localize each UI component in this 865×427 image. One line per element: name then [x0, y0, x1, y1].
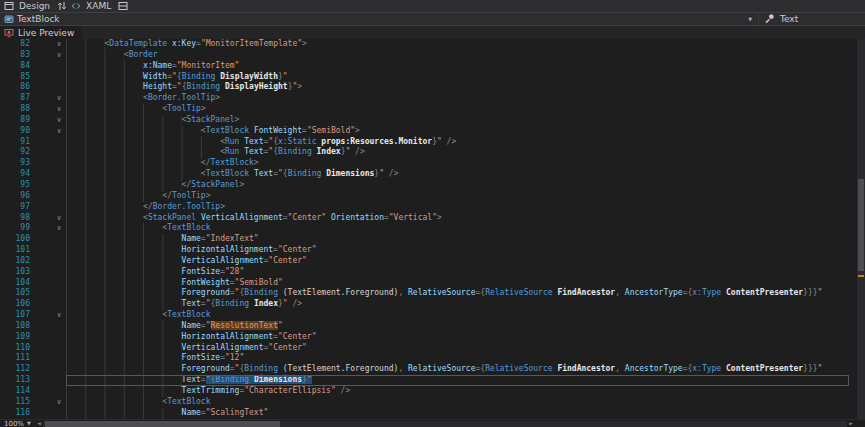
line-number[interactable]: 83 [0, 50, 30, 61]
code-line[interactable]: 105Foreground="{Binding (TextElement.For… [0, 288, 865, 299]
code-text[interactable]: x:Name="MonitorItem" [66, 61, 849, 72]
code-line[interactable]: 102VerticalAlignment="Center" [0, 256, 865, 267]
code-text[interactable]: <StackPanel> [66, 115, 849, 126]
code-text[interactable]: Width="{Binding DisplayWidth}" [66, 72, 849, 83]
code-line[interactable]: 89∨<StackPanel> [0, 115, 865, 126]
code-text[interactable]: FontSize="28" [66, 267, 849, 278]
line-number[interactable]: 106 [0, 299, 30, 310]
design-tab-label[interactable]: Design [19, 1, 50, 11]
code-text[interactable]: Text="{Binding Dimensions}" [66, 375, 849, 386]
line-number[interactable]: 91 [0, 137, 30, 148]
element-dropdown[interactable]: TextBlock ▼ [3, 13, 758, 25]
line-number[interactable]: 105 [0, 288, 30, 299]
code-line[interactable]: 97</Border.ToolTip> [0, 202, 865, 213]
code-line[interactable]: 99∨<TextBlock [0, 223, 865, 234]
code-text[interactable]: <TextBlock Text="{Binding Dimensions}" /… [66, 169, 849, 180]
code-text[interactable]: <TextBlock [66, 397, 849, 408]
code-text[interactable]: <DataTemplate x:Key="MonitorItemTemplate… [66, 39, 849, 50]
code-line[interactable]: 88∨<ToolTip> [0, 104, 865, 115]
code-line[interactable]: 100Name="IndexText" [0, 234, 865, 245]
code-text[interactable]: HorizontalAlignment="Center" [66, 245, 849, 256]
fold-toggle-icon[interactable]: ∨ [52, 50, 66, 61]
code-text[interactable]: <Run Text="{x:Static props:Resources.Mon… [66, 137, 849, 148]
fold-toggle-icon[interactable]: ∨ [52, 104, 66, 115]
line-number[interactable]: 104 [0, 278, 30, 289]
code-line[interactable]: 84x:Name="MonitorItem" [0, 61, 865, 72]
scroll-left-icon[interactable]: ◄ [37, 421, 41, 426]
code-text[interactable]: VerticalAlignment="Center" [66, 343, 849, 354]
code-line[interactable]: 113Text="{Binding Dimensions}" [0, 375, 865, 386]
code-line[interactable]: 108Name="ResolutionText" [0, 321, 865, 332]
line-number[interactable]: 98 [0, 213, 30, 224]
line-number[interactable]: 96 [0, 191, 30, 202]
line-number[interactable]: 90 [0, 126, 30, 137]
code-line[interactable]: 101HorizontalAlignment="Center" [0, 245, 865, 256]
xaml-tab-label[interactable]: XAML [86, 1, 111, 11]
line-number[interactable]: 88 [0, 104, 30, 115]
code-text[interactable]: Foreground="{Binding (TextElement.Foregr… [66, 364, 849, 375]
code-text[interactable]: </TextBlock> [66, 158, 849, 169]
code-text[interactable]: <TextBlock [66, 223, 849, 234]
line-number[interactable]: 89 [0, 115, 30, 126]
line-number[interactable]: 115 [0, 397, 30, 408]
code-text[interactable]: Name="ScalingText" [66, 408, 849, 419]
line-number[interactable]: 109 [0, 332, 30, 343]
fold-toggle-icon[interactable]: ∨ [52, 397, 66, 408]
code-editor[interactable]: 82∨<DataTemplate x:Key="MonitorItemTempl… [0, 39, 865, 419]
member-dropdown[interactable]: Text [758, 13, 865, 25]
code-line[interactable]: 112Foreground="{Binding (TextElement.For… [0, 364, 865, 375]
line-number[interactable]: 85 [0, 72, 30, 83]
line-number[interactable]: 110 [0, 343, 30, 354]
code-text[interactable]: VerticalAlignment="Center" [66, 256, 849, 267]
fold-toggle-icon[interactable]: ∨ [52, 213, 66, 224]
code-text[interactable]: FontWeight="SemiBold" [66, 278, 849, 289]
vertical-scrollbar-thumb[interactable] [858, 179, 864, 271]
line-number[interactable]: 103 [0, 267, 30, 278]
line-number[interactable]: 111 [0, 353, 30, 364]
code-text[interactable]: <StackPanel VerticalAlignment="Center" O… [66, 213, 849, 224]
code-line[interactable]: 82∨<DataTemplate x:Key="MonitorItemTempl… [0, 39, 865, 50]
code-line[interactable]: 94<TextBlock Text="{Binding Dimensions}"… [0, 169, 865, 180]
code-line[interactable]: 92<Run Text="{Binding Index}" /> [0, 147, 865, 158]
code-line[interactable]: 103FontSize="28" [0, 267, 865, 278]
line-number[interactable]: 113 [0, 375, 30, 386]
swap-panes-icon[interactable] [56, 0, 68, 12]
line-number[interactable]: 108 [0, 321, 30, 332]
code-line[interactable]: 83∨<Border [0, 50, 865, 61]
code-line[interactable]: 87∨<Border.ToolTip> [0, 93, 865, 104]
code-line[interactable]: 107∨<TextBlock [0, 310, 865, 321]
tab-live-preview[interactable]: Live Preview [0, 26, 82, 39]
code-text[interactable]: <TextBlock FontWeight="SemiBold"> [66, 126, 849, 137]
code-line[interactable]: 104FontWeight="SemiBold" [0, 278, 865, 289]
fold-toggle-icon[interactable]: ∨ [52, 126, 66, 137]
code-text[interactable]: Name="IndexText" [66, 234, 849, 245]
line-number[interactable]: 114 [0, 386, 30, 397]
code-line[interactable]: 96</ToolTip> [0, 191, 865, 202]
line-number[interactable]: 93 [0, 158, 30, 169]
horizontal-scrollbar-thumb[interactable] [45, 421, 280, 427]
line-number[interactable]: 84 [0, 61, 30, 72]
split-orientation-icon[interactable] [117, 0, 129, 12]
code-line[interactable]: 106Text="{Binding Index}" /> [0, 299, 865, 310]
fold-toggle-icon[interactable]: ∨ [52, 310, 66, 321]
line-number[interactable]: 107 [0, 310, 30, 321]
code-text[interactable]: FontSize="12" [66, 353, 849, 364]
line-number[interactable]: 82 [0, 39, 30, 50]
vertical-scrollbar[interactable] [857, 39, 865, 419]
horizontal-scrollbar[interactable]: ◄ ► [37, 421, 865, 427]
code-text[interactable]: HorizontalAlignment="Center" [66, 332, 849, 343]
code-text[interactable]: </StackPanel> [66, 180, 849, 191]
line-number[interactable]: 86 [0, 82, 30, 93]
line-number[interactable]: 101 [0, 245, 30, 256]
line-number[interactable]: 87 [0, 93, 30, 104]
line-number[interactable]: 92 [0, 147, 30, 158]
line-number[interactable]: 102 [0, 256, 30, 267]
line-number[interactable]: 112 [0, 364, 30, 375]
code-text[interactable]: Text="{Binding Index}" /> [66, 299, 849, 310]
scroll-right-icon[interactable]: ► [849, 421, 853, 426]
line-number[interactable]: 97 [0, 202, 30, 213]
zoom-control[interactable]: 100% ▼ [0, 420, 37, 427]
code-line[interactable]: 91<Run Text="{x:Static props:Resources.M… [0, 137, 865, 148]
fold-toggle-icon[interactable]: ∨ [52, 93, 66, 104]
fold-toggle-icon[interactable]: ∨ [52, 39, 66, 50]
